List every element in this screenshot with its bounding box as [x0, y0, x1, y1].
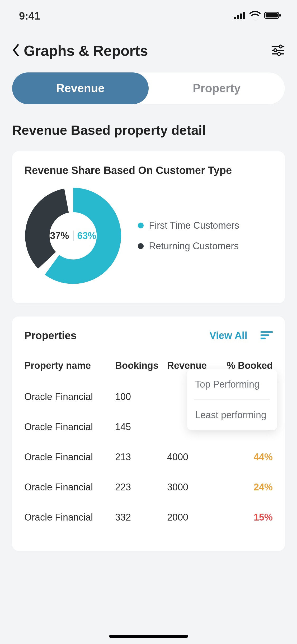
th-property-name: Property name: [24, 360, 109, 371]
cell-revenue: 4000: [163, 452, 223, 463]
table-row[interactable]: Oracle Financial332200015%: [24, 502, 273, 532]
donut-card: Revenue Share Based On Customer Type 37%…: [12, 151, 285, 303]
popover-least-performing[interactable]: Least performing: [194, 399, 270, 430]
donut-card-title: Revenue Share Based On Customer Type: [24, 164, 273, 176]
cell-bookings: 213: [109, 452, 163, 463]
legend-label-first-time: First Time Customers: [149, 220, 239, 231]
section-title: Revenue Based property detail: [12, 123, 285, 138]
status-time: 9:41: [19, 10, 40, 22]
tab-property[interactable]: Property: [149, 72, 285, 104]
donut-label-separator: [73, 231, 74, 241]
cell-property-name: Oracle Financial: [24, 482, 109, 493]
properties-card-title: Properties: [24, 330, 77, 342]
battery-icon: [264, 11, 281, 20]
legend-dot-first-time-icon: [138, 223, 144, 228]
cell-bookings: 100: [109, 391, 163, 402]
svg-point-10: [274, 49, 277, 52]
page-header: Graphs & Reports: [0, 32, 297, 67]
donut-label-left: 37%: [50, 230, 69, 241]
cell-revenue: 3000: [163, 482, 223, 493]
legend-dot-returning-icon: [138, 243, 144, 249]
sort-popover: Top Performing Least performing: [187, 369, 277, 430]
svg-rect-0: [234, 17, 236, 19]
donut-chart: 37% 63%: [24, 187, 122, 285]
svg-rect-1: [237, 15, 239, 19]
svg-rect-6: [279, 14, 281, 17]
cell-bookings: 223: [109, 482, 163, 493]
cell-pct-booked: 44%: [223, 452, 273, 463]
filter-sliders-icon[interactable]: [271, 43, 285, 58]
legend-label-returning: Returning Customers: [149, 241, 239, 252]
cell-property-name: Oracle Financial: [24, 452, 109, 463]
view-all-link[interactable]: View All: [209, 330, 247, 341]
svg-point-12: [278, 53, 281, 56]
home-indicator[interactable]: [109, 635, 188, 638]
cell-property-name: Oracle Financial: [24, 391, 109, 402]
wifi-icon: [249, 11, 261, 20]
segment-tabs: Revenue Property: [12, 72, 285, 104]
popover-top-performing[interactable]: Top Performing: [194, 369, 270, 399]
cell-property-name: Oracle Financial: [24, 512, 109, 523]
sort-icon[interactable]: [261, 331, 273, 341]
donut-label-right: 63%: [77, 230, 96, 241]
cell-bookings: 145: [109, 421, 163, 433]
svg-point-8: [279, 45, 282, 48]
cell-bookings: 332: [109, 512, 163, 523]
cell-property-name: Oracle Financial: [24, 421, 109, 433]
legend-item-first-time: First Time Customers: [138, 220, 239, 231]
page-title: Graphs & Reports: [24, 42, 148, 59]
status-bar: 9:41: [0, 0, 297, 32]
status-icons-group: [234, 11, 281, 20]
th-bookings: Bookings: [109, 360, 163, 371]
cell-pct-booked: 15%: [223, 512, 273, 523]
table-row[interactable]: Oracle Financial213400044%: [24, 442, 273, 472]
svg-rect-2: [240, 13, 242, 19]
donut-legend: First Time Customers Returning Customers: [138, 220, 239, 252]
legend-item-returning: Returning Customers: [138, 241, 239, 252]
cellular-icon: [234, 11, 246, 20]
cell-pct-booked: 24%: [223, 482, 273, 493]
back-icon[interactable]: [12, 44, 20, 58]
tab-revenue[interactable]: Revenue: [12, 72, 149, 104]
cell-revenue: 2000: [163, 512, 223, 523]
svg-rect-3: [243, 12, 245, 19]
properties-card: Properties View All Property name Bookin…: [12, 316, 285, 551]
table-row[interactable]: Oracle Financial223300024%: [24, 472, 273, 502]
svg-rect-5: [266, 13, 278, 17]
